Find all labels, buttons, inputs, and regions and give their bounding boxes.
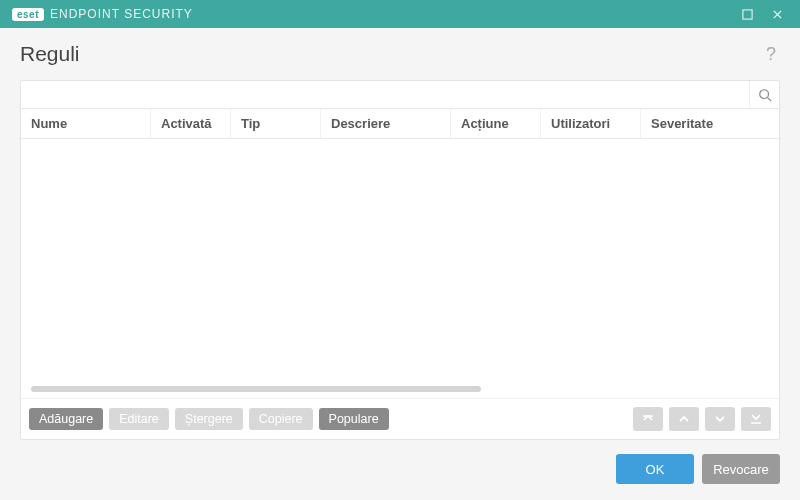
brand-logo: eset ENDPOINT SECURITY [12,7,193,21]
action-row: Adăugare Editare Ștergere Copiere Popula… [21,398,779,439]
horizontal-scrollbar-thumb[interactable] [31,386,481,392]
minimize-button[interactable] [732,0,762,28]
chevron-up-icon [678,413,690,425]
brand-badge: eset [12,8,44,21]
svg-rect-0 [742,9,751,18]
table-header: Nume Activată Tip Descriere Acțiune Util… [21,109,779,139]
help-icon[interactable]: ? [762,44,780,65]
move-top-button [633,407,663,431]
search-button[interactable] [749,81,779,108]
search-icon [758,88,772,102]
col-tip[interactable]: Tip [231,109,321,138]
populate-button[interactable]: Populare [319,408,389,430]
move-up-button [669,407,699,431]
page-title: Reguli [20,42,80,66]
move-down-button [705,407,735,431]
chevron-down-icon [714,413,726,425]
title-bar: eset ENDPOINT SECURITY [0,0,800,28]
cancel-button[interactable]: Revocare [702,454,780,484]
chevron-top-icon [642,413,654,425]
add-button[interactable]: Adăugare [29,408,103,430]
close-button[interactable] [762,0,792,28]
horizontal-scrollbar[interactable] [31,386,761,392]
col-severitate[interactable]: Severitate [641,109,779,138]
delete-button: Ștergere [175,408,243,430]
chevron-bottom-icon [750,413,762,425]
col-nume[interactable]: Nume [21,109,151,138]
brand-product: ENDPOINT SECURITY [50,7,193,21]
close-icon [772,9,783,20]
col-descriere[interactable]: Descriere [321,109,451,138]
ok-button[interactable]: OK [616,454,694,484]
svg-point-1 [759,89,768,98]
rules-panel: Nume Activată Tip Descriere Acțiune Util… [20,80,780,440]
edit-button: Editare [109,408,169,430]
move-bottom-button [741,407,771,431]
col-utilizatori[interactable]: Utilizatori [541,109,641,138]
search-row [21,81,779,109]
footer: OK Revocare [20,440,780,484]
search-input[interactable] [21,81,749,108]
table-body [21,139,779,398]
minimize-icon [742,9,753,20]
col-actiune[interactable]: Acțiune [451,109,541,138]
copy-button: Copiere [249,408,313,430]
col-activata[interactable]: Activată [151,109,231,138]
content-area: Reguli ? Nume Activată Tip Descriere Acț… [0,28,800,500]
header-row: Reguli ? [20,42,780,66]
